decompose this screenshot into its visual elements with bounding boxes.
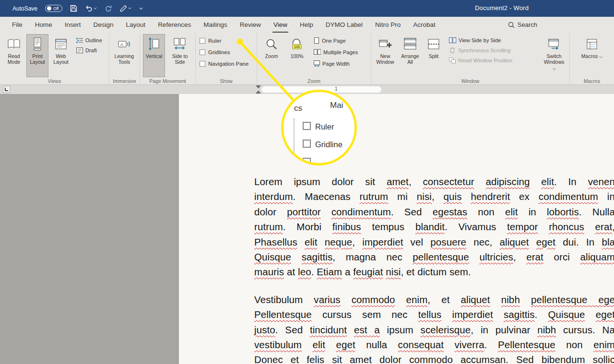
web-layout-button[interactable]: Web Layout (50, 34, 72, 77)
navigation-pane-checkbox-row[interactable]: Navigation Pane (200, 61, 248, 67)
redo-button[interactable] (105, 5, 112, 12)
chevron-down-icon (139, 7, 143, 10)
tab-references[interactable]: References (152, 17, 197, 33)
text-line: Phasellus elit neque, imperdiet vel posu… (254, 235, 614, 249)
word-window: AutoSave Off Document2 - Word FileHomeIn… (0, 0, 614, 364)
view-side-by-side-button[interactable]: View Side by Side (449, 37, 501, 43)
tab-stop-icon (5, 88, 8, 91)
search-box[interactable]: Search (508, 17, 537, 33)
tab-home[interactable]: Home (29, 17, 59, 33)
text-line: Vestibulum varius commodo enim, et aliqu… (254, 292, 614, 307)
tab-dymo-label[interactable]: DYMO Label (319, 17, 369, 33)
tab-nitro-pro[interactable]: Nitro Pro (369, 17, 407, 33)
group-page-movement: Vertical Side to Side Page Movement (140, 33, 196, 84)
document-page[interactable]: Lorem ipsum dolor sit amet, consectetur … (179, 94, 614, 364)
read-mode-button[interactable]: Read Mode (3, 34, 25, 77)
ribbon-tabs: FileHomeInsertDesignLayoutReferencesMail… (6, 17, 442, 33)
group-label-views: Views (0, 78, 109, 84)
page-width-button[interactable]: Page Width (314, 60, 350, 67)
macros-icon (586, 36, 598, 52)
group-label-macros: Macros (570, 78, 614, 84)
draft-icon (76, 47, 83, 53)
text-line: Quisque sagittis, magna nec pellentesque… (254, 249, 614, 264)
tab-file[interactable]: File (6, 17, 29, 33)
toggle-knob (47, 6, 51, 11)
ruler-bar (261, 86, 381, 93)
pen-tools-button[interactable] (120, 5, 131, 12)
outline-icon (76, 37, 83, 43)
group-macros: Macros Macros (570, 33, 614, 84)
synchronous-scrolling-button: Synchronous Scrolling (449, 47, 510, 53)
group-show: Ruler Gridlines Navigation Pane Show (196, 33, 257, 84)
navigation-pane-checkbox[interactable] (200, 61, 205, 67)
text-line: vestibulum elit eget nulla consequat viv… (254, 337, 614, 352)
document-text: Lorem ipsum dolor sit amet, consectetur … (254, 174, 614, 364)
split-icon (428, 36, 439, 52)
zoom-button[interactable]: Zoom (260, 34, 283, 77)
ruler-tick-label: 1 (335, 86, 338, 92)
save-button[interactable] (70, 5, 77, 12)
one-page-button[interactable]: One Page (314, 37, 346, 44)
gridlines-checkbox-row[interactable]: Gridlines (200, 49, 230, 55)
navigation-pane-checkbox-label: Navigation Pane (208, 61, 248, 67)
zoom-100-icon: 100 (291, 36, 303, 52)
search-icon (508, 22, 515, 28)
text-line: Donec et felis sit amet dolor commodo ac… (254, 352, 614, 364)
switch-windows-icon (548, 36, 560, 52)
redo-icon (105, 5, 112, 12)
tab-help[interactable]: Help (294, 17, 319, 33)
tab-layout[interactable]: Layout (120, 17, 152, 33)
chevron-down-icon (128, 7, 131, 10)
new-window-button[interactable]: New Window (374, 34, 396, 77)
macros-button[interactable]: Macros (580, 34, 604, 77)
gridlines-checkbox[interactable] (200, 49, 205, 55)
draft-button[interactable]: Draft (76, 47, 97, 53)
switch-windows-button[interactable]: Switch Windows (542, 34, 567, 77)
document-area: Lorem ipsum dolor sit amet, consectetur … (0, 94, 614, 364)
ruler-strip: 1 (0, 85, 614, 94)
zoom-100-button[interactable]: 100 100% (286, 34, 308, 77)
save-icon (70, 5, 77, 12)
vertical-button[interactable]: Vertical (143, 34, 165, 77)
side-to-side-button[interactable]: Side to Side (169, 34, 191, 77)
tab-design[interactable]: Design (87, 17, 120, 33)
indent-marker[interactable] (256, 85, 261, 94)
group-label-immersive: Immersive (109, 78, 140, 84)
text-line: Pellentesque cursus sem nec tellus imper… (254, 307, 614, 322)
group-views: Read Mode Print Layout Web Layout (0, 33, 109, 84)
tab-insert[interactable]: Insert (59, 17, 87, 33)
gridlines-checkbox-label: Gridlines (208, 49, 230, 55)
chevron-down-icon (553, 68, 556, 70)
ribbon: Read Mode Print Layout Web Layout (0, 33, 614, 85)
multiple-pages-button[interactable]: Multiple Pages (314, 49, 358, 55)
tab-stop-selector[interactable] (3, 86, 10, 93)
undo-button[interactable] (85, 5, 97, 12)
print-layout-icon (33, 36, 42, 52)
split-button[interactable]: Split (424, 34, 443, 77)
chevron-down-icon (599, 56, 602, 58)
pen-icon (120, 5, 127, 12)
group-label-zoom: Zoom (257, 78, 371, 84)
print-layout-button[interactable]: Print Layout (26, 34, 48, 77)
ruler-checkbox[interactable] (200, 38, 205, 44)
autosave-toggle[interactable]: Off (45, 5, 62, 12)
group-label-show: Show (196, 78, 257, 84)
zoom-icon (265, 36, 278, 52)
window-title: Document2 - Word (475, 4, 529, 12)
arrange-all-button[interactable]: Arrange All (398, 34, 422, 77)
tab-review[interactable]: Review (234, 17, 267, 33)
read-mode-icon (7, 36, 21, 52)
learning-tools-button[interactable]: A Learning Tools (112, 34, 136, 77)
tab-view[interactable]: View (267, 17, 294, 33)
search-label: Search (518, 21, 537, 28)
reset-window-position-button: Reset Window Position (449, 58, 512, 63)
ruler-checkbox-row[interactable]: Ruler (200, 38, 221, 44)
tab-acrobat[interactable]: Acrobat (407, 17, 442, 33)
tab-mailings[interactable]: Mailings (197, 17, 234, 33)
quick-access-menu-button[interactable] (139, 7, 143, 10)
group-label-page-movement: Page Movement (140, 78, 195, 84)
svg-text:A: A (120, 42, 123, 47)
arrange-all-icon (404, 36, 416, 52)
paragraph: Vestibulum varius commodo enim, et aliqu… (254, 292, 614, 364)
outline-button[interactable]: Outline (76, 37, 102, 43)
